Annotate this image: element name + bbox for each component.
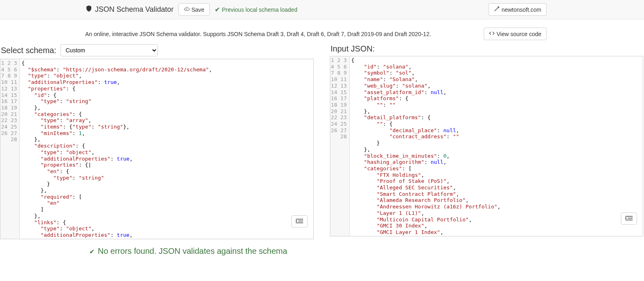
schema-code[interactable]: { "$schema": "https://json-schema.org/dr… xyxy=(20,59,313,239)
schema-select[interactable]: Custom xyxy=(60,44,158,56)
schema-label: Select schema: xyxy=(1,46,56,55)
json-panel-header: Input JSON: xyxy=(330,44,644,54)
json-editor[interactable]: 1 2 3 4 5 6 7 8 9 10 11 12 13 14 15 16 1… xyxy=(330,56,644,236)
main-panels: Select schema: Custom 1 2 3 4 5 6 7 8 9 … xyxy=(0,44,644,239)
shield-icon xyxy=(85,5,93,14)
subheader: An online, interactive JSON Schema valid… xyxy=(0,19,644,44)
app-brand[interactable]: JSON Schema Validator xyxy=(85,5,174,14)
code-icon xyxy=(489,30,495,37)
svg-rect-2 xyxy=(296,222,303,223)
json-panel: Input JSON: 1 2 3 4 5 6 7 8 9 10 11 12 1… xyxy=(330,44,644,239)
external-link-icon xyxy=(494,6,500,13)
svg-rect-4 xyxy=(628,218,633,219)
status-loaded-text: Previous local schema loaded xyxy=(222,6,297,13)
svg-rect-1 xyxy=(298,221,303,221)
view-source-button[interactable]: View source code xyxy=(484,28,547,40)
save-button[interactable]: Save xyxy=(179,3,210,16)
topbar-left: JSON Schema Validator Save Previous loca… xyxy=(85,3,297,16)
status-loaded: Previous local schema loaded xyxy=(215,6,297,13)
save-label: Save xyxy=(192,6,205,13)
app-title: JSON Schema Validator xyxy=(95,5,174,14)
cloud-save-icon xyxy=(184,6,190,13)
validation-message: No errors found. JSON validates against … xyxy=(98,247,287,256)
svg-rect-5 xyxy=(625,219,633,220)
schema-panel: Select schema: Custom 1 2 3 4 5 6 7 8 9 … xyxy=(0,44,314,239)
validation-result: No errors found. JSON validates against … xyxy=(0,239,644,265)
newtonsoft-label: newtonsoft.com xyxy=(502,6,541,13)
view-source-label: View source code xyxy=(497,31,541,37)
format-json-button[interactable] xyxy=(621,212,637,225)
json-code[interactable]: { "id": "solana", "symbol": "sol", "name… xyxy=(350,56,643,236)
app-description: An online, interactive JSON Schema valid… xyxy=(85,31,431,37)
newtonsoft-link-button[interactable]: newtonsoft.com xyxy=(489,3,547,16)
indent-icon xyxy=(296,218,303,225)
indent-icon xyxy=(625,215,633,222)
json-label: Input JSON: xyxy=(331,44,375,54)
schema-gutter: 1 2 3 4 5 6 7 8 9 10 11 12 13 14 15 16 1… xyxy=(0,59,20,239)
schema-panel-header: Select schema: Custom xyxy=(0,44,314,56)
topbar: JSON Schema Validator Save Previous loca… xyxy=(0,0,644,19)
format-schema-button[interactable] xyxy=(291,215,308,227)
schema-editor[interactable]: 1 2 3 4 5 6 7 8 9 10 11 12 13 14 15 16 1… xyxy=(0,59,314,239)
check-icon xyxy=(215,6,220,13)
topbar-right: newtonsoft.com xyxy=(489,3,547,16)
svg-rect-0 xyxy=(296,219,303,219)
check-icon xyxy=(89,247,95,256)
json-gutter: 1 2 3 4 5 6 7 8 9 10 11 12 13 14 15 16 1… xyxy=(330,56,350,236)
svg-rect-3 xyxy=(625,216,633,217)
